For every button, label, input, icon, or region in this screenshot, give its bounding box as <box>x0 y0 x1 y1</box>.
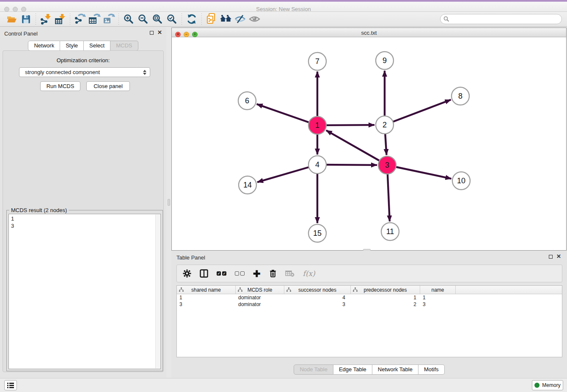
show-eye-icon[interactable] <box>248 13 262 25</box>
save-session-icon[interactable] <box>19 13 33 25</box>
hide-eye-icon[interactable] <box>233 13 248 25</box>
tab-mcds[interactable]: MCDS <box>110 41 138 51</box>
tab-style[interactable]: Style <box>60 41 84 51</box>
select-all-icon[interactable]: ✓✓ <box>217 268 226 279</box>
network-view-window: ✕−+ scc.txt 7968124314101511 <box>171 28 567 251</box>
apply-layout-icon[interactable] <box>184 13 199 25</box>
zoom-selected-icon[interactable] <box>165 13 179 25</box>
home-icon[interactable] <box>219 13 233 25</box>
optimization-criterion-select[interactable]: strongly connected component <box>19 67 150 77</box>
search-icon <box>443 16 449 22</box>
graph-node-label: 1 <box>315 121 319 130</box>
open-session-icon[interactable] <box>4 13 19 25</box>
column-type-icon <box>286 287 291 292</box>
network-window-titlebar: ✕−+ scc.txt <box>172 28 566 37</box>
close-panel-icon[interactable]: ✕ <box>556 254 561 259</box>
clone-network-icon[interactable] <box>204 13 219 25</box>
graph-node-label: 10 <box>457 177 465 185</box>
export-table-icon[interactable] <box>87 13 102 25</box>
close-panel-button[interactable]: Close panel <box>86 81 130 91</box>
list-icon <box>7 382 14 388</box>
table-cell[interactable]: 1 <box>351 294 420 301</box>
status-bar: Memory <box>0 378 567 392</box>
toolbar-separator <box>201 14 202 25</box>
column-header-predecessor-nodes[interactable]: predecessor nodes <box>351 286 420 294</box>
mcds-result-title: MCDS result (2 nodes) <box>9 207 69 213</box>
optimization-criterion-value: strongly connected component <box>25 69 100 75</box>
table-cell[interactable]: 2 <box>351 301 420 308</box>
show-panels-button[interactable] <box>4 380 17 390</box>
graph-node-label: 3 <box>385 161 389 169</box>
table-cell[interactable]: 3 <box>284 301 351 308</box>
column-type-icon <box>353 287 358 292</box>
import-network-icon[interactable] <box>39 13 53 25</box>
table-cell[interactable]: 1 <box>420 294 456 301</box>
node-table[interactable]: shared name MCDS role successor nodes pr… <box>176 285 562 357</box>
column-header-successor-nodes[interactable]: successor nodes <box>284 286 351 294</box>
table-cell[interactable]: 4 <box>284 294 351 301</box>
zoom-in-icon[interactable] <box>121 13 136 25</box>
network-graph-canvas[interactable]: 7968124314101511 <box>172 37 566 251</box>
column-header-shared-name[interactable]: shared name <box>177 286 236 294</box>
graph-node-label: 9 <box>383 56 387 65</box>
control-panel: Control Panel ✕ Network Style Select MCD… <box>0 27 166 378</box>
table-cell[interactable]: 1 <box>177 294 236 301</box>
export-network-icon[interactable] <box>73 13 87 25</box>
result-scrollbar[interactable] <box>155 215 160 368</box>
table-body: 1dominator4113dominator323 <box>177 294 562 308</box>
graph-edge-3-10[interactable] <box>387 165 451 179</box>
memory-label: Memory <box>542 382 560 388</box>
column-visibility-icon[interactable] <box>200 268 208 279</box>
unselect-all-icon[interactable] <box>235 268 245 279</box>
table-panel-window-buttons: ✕ <box>549 254 561 259</box>
graph-node-label: 15 <box>313 229 322 237</box>
tab-select[interactable]: Select <box>84 41 110 51</box>
graph-node-label: 14 <box>243 181 252 189</box>
column-type-icon <box>238 287 242 292</box>
column-header-mcds-role[interactable]: MCDS role <box>236 286 284 294</box>
search-input[interactable] <box>451 15 561 23</box>
graph-edge-3-1[interactable] <box>326 130 387 165</box>
mcds-result-text[interactable]: 1 3 <box>8 214 161 369</box>
table-cell[interactable]: 3 <box>177 301 236 308</box>
optimization-criterion-label: Optimization criterion: <box>3 57 163 63</box>
table-cell[interactable]: 3 <box>420 301 456 308</box>
tab-network[interactable]: Network <box>28 41 60 51</box>
vertical-splitter-handle[interactable] <box>168 199 170 206</box>
zoom-fit-icon[interactable] <box>150 13 165 25</box>
table-cell[interactable]: dominator <box>236 301 284 308</box>
table-panel: Table Panel ✕ ✓✓ ✚ f(x) shared name <box>171 251 567 378</box>
search-box[interactable] <box>440 14 562 24</box>
graph-node-label: 11 <box>386 227 394 236</box>
table-header-row: shared name MCDS role successor nodes pr… <box>177 286 562 294</box>
close-panel-icon[interactable]: ✕ <box>157 30 162 35</box>
tab-edge-table[interactable]: Edge Table <box>333 364 372 375</box>
table-row[interactable]: 3dominator323 <box>177 301 562 308</box>
graph-edge-2-8[interactable] <box>385 100 451 125</box>
table-cell[interactable]: dominator <box>236 294 284 301</box>
tab-node-table[interactable]: Node Table <box>294 364 333 375</box>
toolbar-separator <box>118 14 119 25</box>
float-panel-icon[interactable] <box>549 255 553 259</box>
delete-row-icon[interactable] <box>269 268 277 279</box>
control-panel-title: Control Panel <box>4 30 38 37</box>
export-image-icon[interactable] <box>102 13 116 25</box>
network-window-title: scc.txt <box>172 30 566 36</box>
graph-node-label: 2 <box>383 121 387 129</box>
zoom-out-icon[interactable] <box>136 13 150 25</box>
add-row-icon[interactable]: ✚ <box>253 268 261 279</box>
memory-button[interactable]: Memory <box>532 380 563 390</box>
graph-node-label: 8 <box>458 92 462 100</box>
float-panel-icon[interactable] <box>150 31 154 35</box>
table-row[interactable]: 1dominator411 <box>177 294 562 301</box>
column-header-name[interactable]: name <box>420 286 456 294</box>
tab-network-table[interactable]: Network Table <box>372 364 418 375</box>
toolbar-separator <box>70 14 70 25</box>
column-type-icon <box>179 287 184 292</box>
tab-motifs[interactable]: Motifs <box>418 364 445 375</box>
import-table-icon[interactable] <box>53 13 67 25</box>
run-mcds-button[interactable]: Run MCDS <box>40 81 80 91</box>
titlebar: Session: New Session <box>0 2 567 12</box>
settings-gear-icon[interactable] <box>183 268 191 279</box>
graph-edge-1-6[interactable] <box>257 104 317 125</box>
